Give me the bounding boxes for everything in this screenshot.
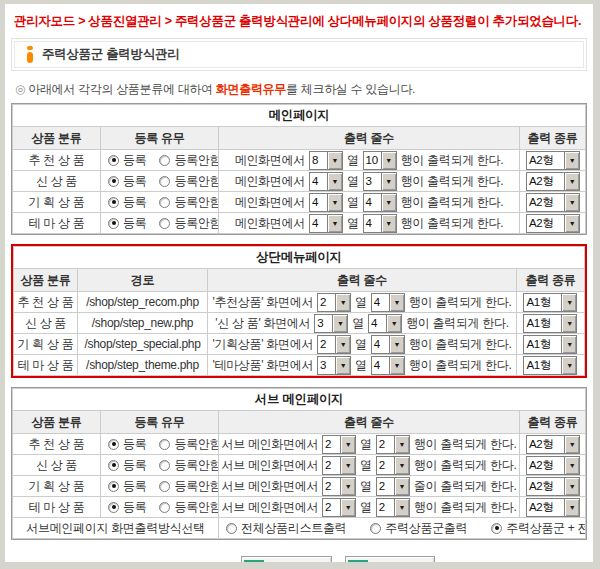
table-row: 신 상 품 /shop/step_new.php '신 상 품' 화면에서3▼열…	[14, 313, 585, 334]
output-type-cell: A2형▼	[519, 192, 585, 213]
mode-option-all-list[interactable]: 전체상품리스트출력	[226, 520, 346, 537]
type-select[interactable]: A1형▼	[523, 335, 577, 354]
rows-select[interactable]: 4▼	[371, 335, 405, 354]
register-radio-group: 등록 등록안함	[101, 497, 219, 518]
type-select[interactable]: A2형▼	[526, 456, 580, 475]
rows-select[interactable]: 4▼	[363, 214, 397, 233]
pencil-icon	[348, 560, 368, 562]
output-sentence: 메인화면에서4▼열4▼행이 출력되게 한다.	[219, 192, 520, 213]
rows-select[interactable]: 2▼	[376, 435, 410, 454]
dropdown-arrow-icon: ▼	[340, 436, 355, 453]
cols-select[interactable]: 2▼	[322, 435, 356, 454]
register-option[interactable]: 등록	[108, 152, 146, 169]
output-type-cell: A1형▼	[516, 355, 584, 376]
type-select[interactable]: A2형▼	[526, 498, 580, 517]
cols-select[interactable]: 3▼	[317, 356, 351, 375]
mode-option-featured-plus-all[interactable]: 주력상품군 + 전체상품리스트	[491, 520, 585, 537]
cols-select[interactable]: 2▼	[322, 477, 356, 496]
cols-select[interactable]: 3▼	[314, 314, 348, 333]
col-header-category: 상품 분류	[13, 411, 101, 434]
rows-select[interactable]: 3▼	[363, 172, 397, 191]
save-icon	[244, 560, 264, 562]
table-row: 테 마 상 품 등록 등록안함 메인화면에서4▼열4▼행이 출력되게 한다. A…	[13, 213, 586, 234]
type-select[interactable]: A1형▼	[523, 293, 577, 312]
register-option[interactable]: 등록	[108, 478, 146, 495]
rows-select[interactable]: 2▼	[376, 498, 410, 517]
col-header-category: 상품 분류	[14, 269, 78, 292]
register-option[interactable]: 등록	[108, 215, 146, 232]
rows-select[interactable]: 4▼	[371, 293, 405, 312]
radio-checked-icon	[108, 439, 119, 450]
no-register-option[interactable]: 등록안함	[159, 194, 218, 211]
type-select[interactable]: A2형▼	[526, 151, 580, 170]
table-title: 서브 메인페이지	[13, 389, 586, 411]
dropdown-arrow-icon: ▼	[327, 173, 342, 190]
cols-select[interactable]: 4▼	[309, 193, 343, 212]
rows-select[interactable]: 4▼	[371, 356, 405, 375]
cols-select[interactable]: 4▼	[309, 172, 343, 191]
register-option[interactable]: 등록	[108, 194, 146, 211]
radio-checked-icon	[108, 155, 119, 166]
type-select[interactable]: A1형▼	[523, 356, 577, 375]
display-mode-label: 서브메인페이지 화면출력방식선택	[13, 518, 219, 539]
no-register-option[interactable]: 등록안함	[159, 499, 218, 516]
no-register-option[interactable]: 등록안함	[159, 457, 218, 474]
dropdown-arrow-icon: ▼	[381, 215, 396, 232]
rows-select[interactable]: 4▼	[368, 314, 402, 333]
type-select[interactable]: A2형▼	[526, 172, 580, 191]
output-sentence: 서브 메인화면에서2▼열2▼행이 출력되게 한다.	[219, 455, 520, 476]
type-select[interactable]: A2형▼	[526, 477, 580, 496]
category-label: 테 마 상 품	[14, 355, 78, 376]
output-type-cell: A2형▼	[519, 497, 585, 518]
display-mode-options: 전체상품리스트출력 주력상품군출력 주력상품군 + 전체상품리스트	[219, 518, 586, 539]
rewrite-button[interactable]: 다시쓰기	[345, 556, 436, 562]
apply-button[interactable]: 적용하기	[241, 556, 332, 562]
col-header-output-lines: 출력 줄수	[219, 127, 520, 150]
no-register-option[interactable]: 등록안함	[159, 436, 218, 453]
cols-select[interactable]: 4▼	[309, 214, 343, 233]
type-select[interactable]: A1형▼	[523, 314, 577, 333]
breadcrumb: 관리자모드 > 상품진열관리 > 주력상품군 출력방식관리에 상다메뉴페이지의 …	[5, 4, 593, 35]
output-type-cell: A2형▼	[519, 434, 585, 455]
col-header-output-type: 출력 종류	[516, 269, 584, 292]
no-register-option[interactable]: 등록안함	[159, 478, 218, 495]
cols-select[interactable]: 2▼	[322, 498, 356, 517]
help-note: ◎아래에서 각각의 상품분류에 대하여 화면출력유무를 체크하실 수 있습니다.	[15, 81, 585, 98]
rows-select[interactable]: 4▼	[363, 193, 397, 212]
radio-unchecked-icon	[159, 176, 170, 187]
path-cell: /shop/step_special.php	[78, 334, 208, 355]
no-register-option[interactable]: 등록안함	[159, 215, 218, 232]
radio-unchecked-icon	[159, 502, 170, 513]
type-select[interactable]: A2형▼	[526, 435, 580, 454]
type-select[interactable]: A2형▼	[526, 193, 580, 212]
register-option[interactable]: 등록	[108, 436, 146, 453]
cols-select[interactable]: 2▼	[317, 335, 351, 354]
dropdown-arrow-icon: ▼	[381, 173, 396, 190]
dropdown-arrow-icon: ▼	[394, 478, 409, 495]
cols-select[interactable]: 2▼	[317, 293, 351, 312]
register-option[interactable]: 등록	[108, 499, 146, 516]
output-type-cell: A1형▼	[516, 292, 584, 313]
no-register-option[interactable]: 등록안함	[159, 173, 218, 190]
category-label: 기 획 상 품	[13, 192, 101, 213]
mode-option-featured[interactable]: 주력상품군출력	[370, 520, 467, 537]
col-header-output-type: 출력 종류	[519, 411, 585, 434]
no-register-option[interactable]: 등록안함	[159, 152, 218, 169]
register-option[interactable]: 등록	[108, 457, 146, 474]
rows-select[interactable]: 10▼	[363, 151, 397, 170]
cols-select[interactable]: 8▼	[309, 151, 343, 170]
dropdown-arrow-icon: ▼	[327, 215, 342, 232]
dropdown-arrow-icon: ▼	[327, 194, 342, 211]
rows-select[interactable]: 2▼	[376, 456, 410, 475]
type-select[interactable]: A2형▼	[526, 214, 580, 233]
col-header-output-type: 출력 종류	[519, 127, 585, 150]
dropdown-arrow-icon: ▼	[561, 294, 576, 311]
category-label: 기 획 상 품	[13, 476, 101, 497]
dropdown-arrow-icon: ▼	[564, 215, 579, 232]
output-type-cell: A2형▼	[519, 150, 585, 171]
output-type-cell: A2형▼	[519, 171, 585, 192]
rows-select[interactable]: 2▼	[376, 477, 410, 496]
output-type-cell: A2형▼	[519, 455, 585, 476]
register-option[interactable]: 등록	[108, 173, 146, 190]
cols-select[interactable]: 2▼	[322, 456, 356, 475]
